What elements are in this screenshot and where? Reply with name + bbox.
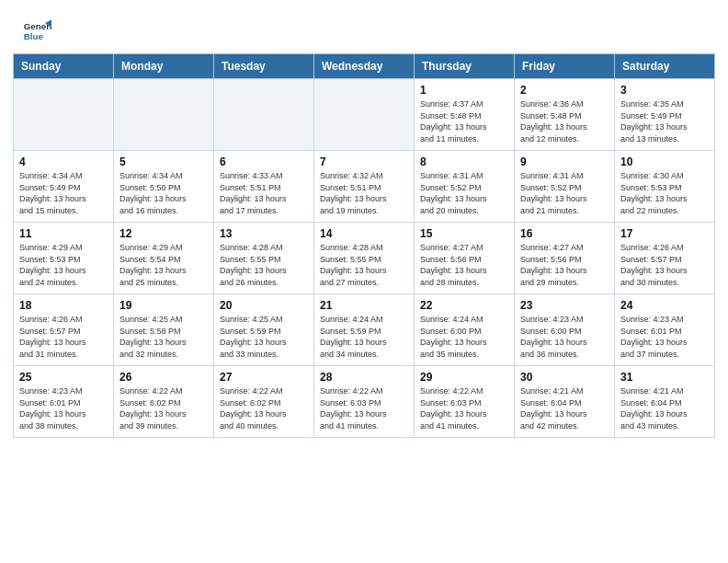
calendar-cell: 21Sunrise: 4:24 AM Sunset: 5:59 PM Dayli… (314, 294, 415, 366)
calendar-cell: 9Sunrise: 4:31 AM Sunset: 5:52 PM Daylig… (515, 151, 615, 223)
calendar-cell: 8Sunrise: 4:31 AM Sunset: 5:52 PM Daylig… (415, 151, 515, 223)
calendar-week-row: 4Sunrise: 4:34 AM Sunset: 5:49 PM Daylig… (14, 151, 715, 223)
calendar-cell (114, 79, 214, 151)
day-number: 9 (520, 155, 609, 168)
calendar-cell: 6Sunrise: 4:33 AM Sunset: 5:51 PM Daylig… (214, 151, 314, 223)
calendar-table: SundayMondayTuesdayWednesdayThursdayFrid… (13, 53, 715, 438)
calendar-cell: 16Sunrise: 4:27 AM Sunset: 5:56 PM Dayli… (515, 223, 615, 294)
calendar-cell: 4Sunrise: 4:34 AM Sunset: 5:49 PM Daylig… (14, 151, 114, 223)
calendar-week-row: 11Sunrise: 4:29 AM Sunset: 5:53 PM Dayli… (14, 223, 715, 294)
day-header-tuesday: Tuesday (214, 54, 314, 79)
calendar-cell: 31Sunrise: 4:21 AM Sunset: 6:04 PM Dayli… (615, 366, 715, 438)
calendar-cell (314, 79, 415, 151)
day-info: Sunrise: 4:27 AM Sunset: 5:56 PM Dayligh… (520, 242, 609, 288)
day-number: 14 (320, 227, 408, 240)
day-number: 28 (320, 371, 408, 384)
day-header-monday: Monday (114, 54, 214, 79)
calendar-week-row: 1Sunrise: 4:37 AM Sunset: 5:48 PM Daylig… (14, 79, 715, 151)
day-number: 2 (520, 84, 609, 97)
day-number: 17 (620, 227, 709, 240)
day-number: 11 (19, 227, 108, 240)
calendar-cell: 25Sunrise: 4:23 AM Sunset: 6:01 PM Dayli… (14, 366, 114, 438)
calendar-cell: 11Sunrise: 4:29 AM Sunset: 5:53 PM Dayli… (14, 223, 114, 294)
day-number: 24 (620, 299, 709, 312)
day-number: 31 (620, 371, 709, 384)
day-info: Sunrise: 4:28 AM Sunset: 5:55 PM Dayligh… (220, 242, 308, 288)
day-info: Sunrise: 4:24 AM Sunset: 6:00 PM Dayligh… (420, 314, 508, 360)
calendar-cell: 19Sunrise: 4:25 AM Sunset: 5:58 PM Dayli… (114, 294, 214, 366)
calendar-cell: 15Sunrise: 4:27 AM Sunset: 5:56 PM Dayli… (415, 223, 515, 294)
day-number: 8 (420, 155, 508, 168)
day-number: 25 (19, 371, 108, 384)
svg-text:Blue: Blue (24, 31, 44, 41)
day-info: Sunrise: 4:36 AM Sunset: 5:48 PM Dayligh… (520, 98, 609, 144)
day-number: 23 (520, 299, 609, 312)
calendar-cell: 23Sunrise: 4:23 AM Sunset: 6:00 PM Dayli… (515, 294, 615, 366)
day-info: Sunrise: 4:34 AM Sunset: 5:50 PM Dayligh… (119, 170, 208, 216)
day-info: Sunrise: 4:29 AM Sunset: 5:53 PM Dayligh… (19, 242, 108, 288)
calendar-cell: 24Sunrise: 4:23 AM Sunset: 6:01 PM Dayli… (615, 294, 715, 366)
day-number: 16 (520, 227, 609, 240)
day-number: 15 (420, 227, 508, 240)
day-info: Sunrise: 4:23 AM Sunset: 6:01 PM Dayligh… (19, 385, 108, 431)
day-number: 13 (220, 227, 308, 240)
calendar-cell: 10Sunrise: 4:30 AM Sunset: 5:53 PM Dayli… (615, 151, 715, 223)
day-info: Sunrise: 4:21 AM Sunset: 6:04 PM Dayligh… (620, 385, 709, 431)
day-number: 22 (420, 299, 508, 312)
day-number: 10 (620, 155, 709, 168)
day-number: 26 (119, 371, 208, 384)
day-number: 21 (320, 299, 408, 312)
day-info: Sunrise: 4:25 AM Sunset: 5:58 PM Dayligh… (119, 314, 208, 360)
day-number: 1 (420, 84, 508, 97)
calendar-cell: 29Sunrise: 4:22 AM Sunset: 6:03 PM Dayli… (415, 366, 515, 438)
calendar-week-row: 18Sunrise: 4:26 AM Sunset: 5:57 PM Dayli… (14, 294, 715, 366)
day-info: Sunrise: 4:35 AM Sunset: 5:49 PM Dayligh… (620, 98, 709, 144)
day-number: 6 (220, 155, 308, 168)
day-info: Sunrise: 4:34 AM Sunset: 5:49 PM Dayligh… (19, 170, 108, 216)
header: General Blue (0, 0, 728, 53)
calendar-cell: 20Sunrise: 4:25 AM Sunset: 5:59 PM Dayli… (214, 294, 314, 366)
day-info: Sunrise: 4:24 AM Sunset: 5:59 PM Dayligh… (320, 314, 408, 360)
calendar-cell: 7Sunrise: 4:32 AM Sunset: 5:51 PM Daylig… (314, 151, 415, 223)
calendar-cell: 13Sunrise: 4:28 AM Sunset: 5:55 PM Dayli… (214, 223, 314, 294)
day-number: 20 (220, 299, 308, 312)
day-header-thursday: Thursday (415, 54, 515, 79)
calendar-cell: 2Sunrise: 4:36 AM Sunset: 5:48 PM Daylig… (515, 79, 615, 151)
day-number: 29 (420, 371, 508, 384)
calendar-cell: 1Sunrise: 4:37 AM Sunset: 5:48 PM Daylig… (415, 79, 515, 151)
day-header-wednesday: Wednesday (314, 54, 415, 79)
day-info: Sunrise: 4:29 AM Sunset: 5:54 PM Dayligh… (119, 242, 208, 288)
calendar-cell (214, 79, 314, 151)
calendar-cell: 22Sunrise: 4:24 AM Sunset: 6:00 PM Dayli… (415, 294, 515, 366)
day-number: 27 (220, 371, 308, 384)
day-info: Sunrise: 4:27 AM Sunset: 5:56 PM Dayligh… (420, 242, 508, 288)
day-number: 4 (19, 155, 108, 168)
day-info: Sunrise: 4:31 AM Sunset: 5:52 PM Dayligh… (420, 170, 508, 216)
logo-icon: General Blue (22, 17, 51, 46)
day-info: Sunrise: 4:28 AM Sunset: 5:55 PM Dayligh… (320, 242, 408, 288)
day-number: 5 (119, 155, 208, 168)
calendar-cell: 3Sunrise: 4:35 AM Sunset: 5:49 PM Daylig… (615, 79, 715, 151)
day-number: 18 (19, 299, 108, 312)
day-info: Sunrise: 4:26 AM Sunset: 5:57 PM Dayligh… (19, 314, 108, 360)
calendar-wrapper: SundayMondayTuesdayWednesdayThursdayFrid… (0, 53, 728, 451)
calendar-cell: 30Sunrise: 4:21 AM Sunset: 6:04 PM Dayli… (515, 366, 615, 438)
day-number: 7 (320, 155, 408, 168)
calendar-cell: 27Sunrise: 4:22 AM Sunset: 6:02 PM Dayli… (214, 366, 314, 438)
calendar-cell: 17Sunrise: 4:26 AM Sunset: 5:57 PM Dayli… (615, 223, 715, 294)
calendar-cell: 14Sunrise: 4:28 AM Sunset: 5:55 PM Dayli… (314, 223, 415, 294)
calendar-cell: 18Sunrise: 4:26 AM Sunset: 5:57 PM Dayli… (14, 294, 114, 366)
day-number: 30 (520, 371, 609, 384)
day-number: 3 (620, 84, 709, 97)
day-header-sunday: Sunday (14, 54, 114, 79)
calendar-cell (14, 79, 114, 151)
calendar-cell: 26Sunrise: 4:22 AM Sunset: 6:02 PM Dayli… (114, 366, 214, 438)
calendar-cell: 28Sunrise: 4:22 AM Sunset: 6:03 PM Dayli… (314, 366, 415, 438)
day-header-saturday: Saturday (615, 54, 715, 79)
day-info: Sunrise: 4:22 AM Sunset: 6:03 PM Dayligh… (320, 385, 408, 431)
day-info: Sunrise: 4:22 AM Sunset: 6:02 PM Dayligh… (119, 385, 208, 431)
day-info: Sunrise: 4:25 AM Sunset: 5:59 PM Dayligh… (220, 314, 308, 360)
calendar-cell: 12Sunrise: 4:29 AM Sunset: 5:54 PM Dayli… (114, 223, 214, 294)
day-info: Sunrise: 4:26 AM Sunset: 5:57 PM Dayligh… (620, 242, 709, 288)
logo: General Blue (22, 17, 57, 46)
